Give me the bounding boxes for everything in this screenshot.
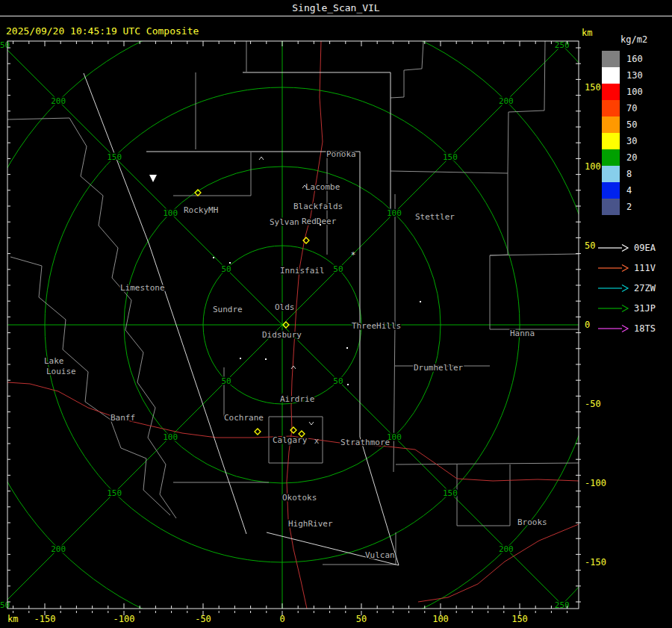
track-arrow-icon [597, 264, 630, 273]
range-label: 150 [443, 488, 458, 498]
city-label: Stettler [415, 212, 455, 222]
scale-value: 2 [626, 202, 632, 212]
right-axis-label: 50 [585, 240, 595, 251]
boundary-line [490, 173, 508, 329]
range-label: 50 [221, 376, 231, 386]
track-row: 09EA [597, 237, 672, 258]
echo-dot [213, 257, 214, 258]
track-arrow-head [622, 244, 628, 251]
track-id: 27ZW [634, 283, 656, 293]
azimuth-line [0, 325, 282, 628]
cross-marker: x [314, 436, 320, 446]
city-label: Lake [44, 356, 64, 366]
echo-dot [265, 358, 267, 360]
range-label: 50 [221, 264, 231, 274]
right-axis-label: -150 [585, 557, 606, 568]
city-label: Vulcan [365, 550, 395, 560]
boundary-line [173, 152, 251, 196]
city-label: Banff [111, 413, 135, 423]
right-axis-label: -100 [585, 478, 606, 488]
radar-map-display[interactable]: 5050505010010010010015015015015020020020… [0, 0, 672, 628]
bottom-axis-label: 100 [432, 614, 449, 624]
track-id: 18TS [634, 323, 656, 334]
boundary-line [457, 464, 510, 526]
range-label: 100 [387, 208, 402, 218]
scale-swatch [602, 149, 620, 166]
bottom-axis-label: -50 [195, 614, 211, 624]
scale-value: 30 [626, 136, 637, 146]
track-arrow-icon [597, 304, 630, 313]
bottom-axis-label: 150 [511, 614, 528, 624]
scale-value: 4 [626, 185, 632, 196]
scale-row: 70 [602, 100, 672, 116]
scan-boundary-line [84, 73, 246, 534]
range-label: 50 [333, 376, 343, 386]
scale-swatch [602, 133, 620, 149]
city-label: Innisfail [280, 266, 325, 276]
scale-row: 100 [602, 84, 672, 100]
track-id: 09EA [634, 243, 656, 253]
city-label: Louise [46, 367, 76, 376]
scale-swatch [602, 84, 620, 100]
radar-site-diamond [255, 429, 261, 435]
track-arrow-head [622, 264, 628, 271]
city-label: Brooks [517, 517, 547, 527]
city-label: Hanna [510, 329, 535, 338]
bottom-axis-label: -150 [34, 614, 56, 624]
city-label: Cochrane [224, 413, 264, 423]
city-label: Lacombe [305, 182, 340, 192]
track-row: 27ZW [597, 278, 672, 298]
azimuth-line [0, 0, 282, 325]
track-arrow-icon [597, 243, 630, 252]
scale-value: 70 [626, 103, 637, 114]
city-label: Sundre [213, 305, 243, 314]
echo-dot [229, 262, 231, 264]
caret-up-marker [291, 366, 296, 369]
city-label: Olds [275, 302, 295, 312]
range-label: 200 [51, 544, 66, 554]
echo-dot [347, 384, 349, 385]
track-arrow-head [622, 325, 628, 332]
range-label: 150 [107, 488, 122, 498]
range-label: 150 [443, 152, 458, 162]
scale-row: 8 [602, 166, 672, 182]
city-label: Okotoks [282, 493, 317, 503]
scale-swatch [602, 166, 620, 182]
range-label: 200 [51, 96, 66, 106]
legend-unit: kg/m2 [620, 34, 672, 45]
caret-down-marker [309, 422, 314, 425]
scale-row: 160 [602, 51, 672, 67]
radar-app-window: Single_Scan_VIL 2025/09/20 10:45:19 UTC … [0, 0, 672, 628]
scale-swatch [602, 182, 620, 199]
city-label: Airdrie [280, 394, 314, 404]
scale-value: 50 [626, 119, 637, 130]
scale-row: 50 [602, 116, 672, 133]
scale-value: 130 [626, 70, 643, 81]
scale-swatch [602, 116, 620, 133]
city-label: RockyMH [184, 205, 218, 215]
city-label: HighRiver [288, 519, 333, 529]
color-scale: 16013010070503020842 [597, 51, 672, 215]
range-rings-grid [0, 0, 672, 628]
city-labels: PonokaLacombeBlackfaldsSylvanRedDeerStet… [44, 149, 547, 560]
scale-row: 130 [602, 67, 672, 84]
boundary-line [10, 257, 170, 515]
boundary-line [7, 118, 69, 119]
echo-dot [320, 224, 321, 226]
scale-value: 100 [626, 87, 643, 97]
track-id: 31JP [634, 303, 656, 314]
right-axis-label: -50 [585, 399, 601, 409]
track-legend: 09EA111V27ZW31JP18TS [597, 237, 672, 338]
echo-dot [346, 347, 348, 349]
echo-dot [420, 301, 421, 302]
range-label: 200 [499, 96, 514, 106]
scale-value: 160 [626, 54, 643, 64]
city-label: RedDeer [302, 217, 337, 226]
echo-dot [240, 358, 241, 359]
scale-row: 20 [602, 149, 672, 166]
boundary-line [393, 194, 395, 472]
track-arrow-head [622, 285, 628, 291]
asterisk-marker: * [351, 250, 356, 260]
range-label: 200 [499, 544, 514, 554]
scale-row: 30 [602, 133, 672, 149]
